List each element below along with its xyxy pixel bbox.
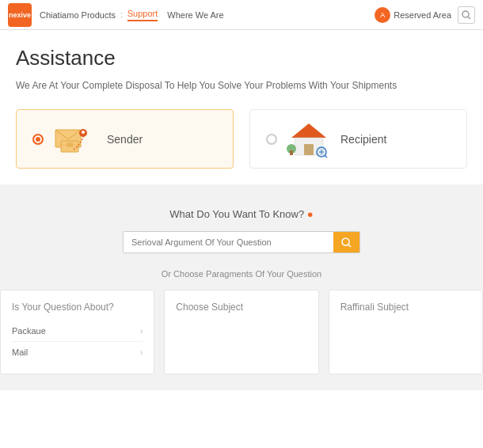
question-search-button[interactable] xyxy=(333,232,359,252)
header: nexive Chiatiamo Products : Support Wher… xyxy=(0,0,483,30)
column-question-about: Is Your Question About? Packaue › Mail › xyxy=(0,290,154,374)
house-icon xyxy=(285,120,333,158)
or-text: Or Choose Paragments Of Your Question xyxy=(0,269,483,279)
logo-text: nexive xyxy=(9,11,31,19)
recipient-label: Recipient xyxy=(340,133,386,146)
subject-columns: Is Your Question About? Packaue › Mail ›… xyxy=(0,290,483,374)
col3-title: Raffinali Subject xyxy=(340,302,471,313)
list-item-package-label: Packaue xyxy=(12,326,46,336)
svg-point-20 xyxy=(342,238,349,245)
role-cards: Sender xyxy=(16,109,467,169)
question-search-bar[interactable] xyxy=(123,231,360,253)
svg-point-9 xyxy=(82,131,85,134)
sender-icon xyxy=(51,121,99,157)
svg-line-21 xyxy=(348,245,351,247)
search-icon xyxy=(341,237,352,248)
list-item-package[interactable]: Packaue › xyxy=(12,321,143,342)
svg-rect-13 xyxy=(304,144,314,155)
sender-radio[interactable] xyxy=(32,134,44,145)
main-nav: Chiatiamo Products : Support Where We Ar… xyxy=(40,9,367,21)
reserved-area-button[interactable]: A Reserved Area xyxy=(375,7,451,23)
chevron-right-icon: › xyxy=(140,327,143,336)
sender-label: Sender xyxy=(107,133,143,146)
recipient-icon xyxy=(285,121,333,157)
reserved-area-label: Reserved Area xyxy=(394,10,451,20)
col1-title: Is Your Question About? xyxy=(12,302,143,313)
question-search-input[interactable] xyxy=(124,232,333,252)
svg-line-1 xyxy=(468,17,470,19)
reserved-area-icon: A xyxy=(375,7,390,23)
col2-title: Choose Subject xyxy=(176,302,306,313)
nav-item-products[interactable]: Chiatiamo Products xyxy=(40,10,116,20)
recipient-radio[interactable] xyxy=(266,134,277,145)
recipient-card[interactable]: Recipient xyxy=(249,109,467,169)
svg-point-0 xyxy=(462,11,469,17)
sender-card[interactable]: Sender xyxy=(16,109,234,169)
page-title: Assistance xyxy=(16,46,467,70)
nav-item-where[interactable]: Where We Are xyxy=(167,10,223,20)
question-mark: ● xyxy=(307,208,314,220)
header-search-button[interactable] xyxy=(458,6,475,24)
page-subtitle: We Are At Your Complete Disposal To Help… xyxy=(16,78,467,93)
package-icon xyxy=(51,122,99,157)
svg-line-17 xyxy=(325,155,327,158)
list-item-mail-label: Mail xyxy=(12,347,28,357)
nav-item-support[interactable]: Support xyxy=(127,9,158,21)
gray-section: What Do You Want To Know? ● Or Choose Pa… xyxy=(0,184,483,390)
column-raffinali-subject: Raffinali Subject xyxy=(329,290,483,374)
svg-rect-15 xyxy=(290,150,293,155)
svg-rect-7 xyxy=(67,142,73,147)
main-content: Assistance We Are At Your Complete Dispo… xyxy=(0,30,483,169)
header-right: A Reserved Area xyxy=(375,6,475,24)
list-item-mail[interactable]: Mail › xyxy=(12,342,143,363)
header-search-icon xyxy=(462,10,471,20)
svg-marker-11 xyxy=(291,123,326,138)
chevron-right-icon: › xyxy=(140,348,143,357)
logo[interactable]: nexive xyxy=(8,3,32,27)
section-question: What Do You Want To Know? ● xyxy=(0,208,483,220)
column-choose-subject: Choose Subject xyxy=(164,290,318,374)
